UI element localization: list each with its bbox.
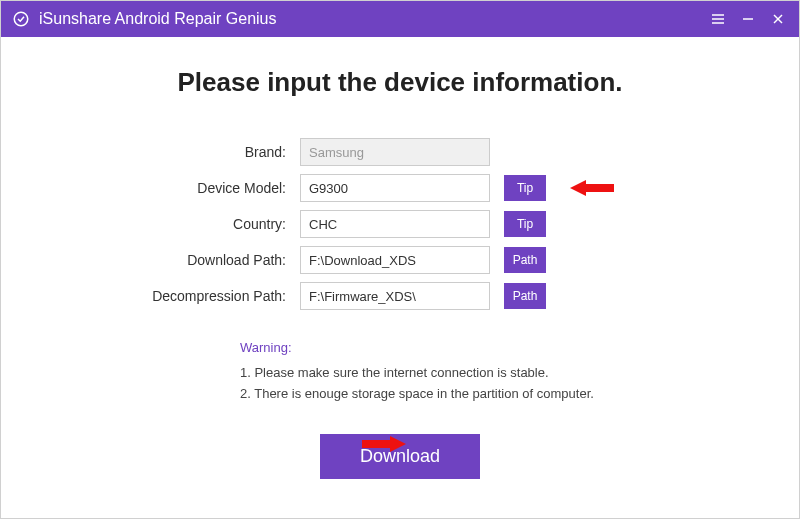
row-model: Device Model: Tip bbox=[120, 174, 680, 202]
svg-marker-7 bbox=[570, 180, 614, 196]
row-download-path: Download Path: Path bbox=[120, 246, 680, 274]
label-brand: Brand: bbox=[120, 144, 300, 160]
input-brand bbox=[300, 138, 490, 166]
svg-point-0 bbox=[14, 12, 28, 26]
page-heading: Please input the device information. bbox=[51, 67, 749, 98]
path-button-download[interactable]: Path bbox=[504, 247, 546, 273]
tip-button-country[interactable]: Tip bbox=[504, 211, 546, 237]
download-row: Download bbox=[120, 434, 680, 479]
device-form: Brand: Device Model: Tip Country: Tip Do… bbox=[120, 138, 680, 479]
label-download-path: Download Path: bbox=[120, 252, 300, 268]
row-country: Country: Tip bbox=[120, 210, 680, 238]
input-decompression-path[interactable] bbox=[300, 282, 490, 310]
label-country: Country: bbox=[120, 216, 300, 232]
warning-title: Warning: bbox=[240, 338, 680, 359]
close-button[interactable] bbox=[763, 1, 793, 37]
label-decompression-path: Decompression Path: bbox=[120, 288, 300, 304]
input-download-path[interactable] bbox=[300, 246, 490, 274]
annotation-arrow-icon bbox=[362, 434, 406, 454]
row-brand: Brand: bbox=[120, 138, 680, 166]
input-model[interactable] bbox=[300, 174, 490, 202]
minimize-button[interactable] bbox=[733, 1, 763, 37]
input-country[interactable] bbox=[300, 210, 490, 238]
menu-button[interactable] bbox=[703, 1, 733, 37]
warning-line-2: 2. There is enouge storage space in the … bbox=[240, 384, 680, 405]
annotation-arrow-icon bbox=[570, 178, 614, 198]
svg-marker-8 bbox=[362, 436, 406, 452]
label-model: Device Model: bbox=[120, 180, 300, 196]
main-content: Please input the device information. Bra… bbox=[1, 37, 799, 499]
tip-button-model[interactable]: Tip bbox=[504, 175, 546, 201]
titlebar: iSunshare Android Repair Genius bbox=[1, 1, 799, 37]
app-title: iSunshare Android Repair Genius bbox=[39, 10, 276, 28]
path-button-decompression[interactable]: Path bbox=[504, 283, 546, 309]
app-icon bbox=[11, 9, 31, 29]
warning-line-1: 1. Please make sure the internet connect… bbox=[240, 363, 680, 384]
warning-block: Warning: 1. Please make sure the interne… bbox=[240, 338, 680, 404]
row-decompression-path: Decompression Path: Path bbox=[120, 282, 680, 310]
